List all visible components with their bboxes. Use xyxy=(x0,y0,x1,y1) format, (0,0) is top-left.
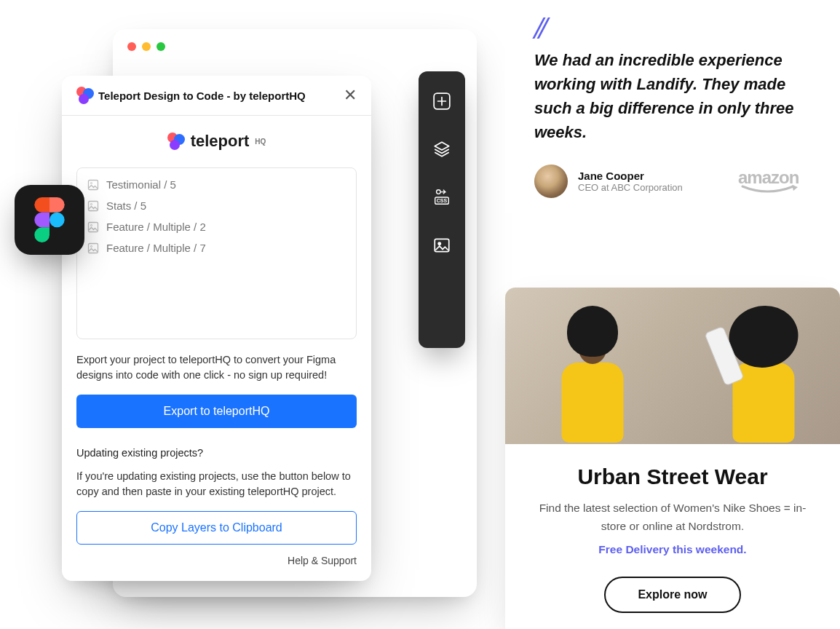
plugin-header: Teleport Design to Code - by teleportHQ … xyxy=(62,76,371,116)
svg-rect-8 xyxy=(89,201,98,210)
product-subtitle: Find the latest selection of Women's Nik… xyxy=(528,499,817,536)
product-card: Urban Street Wear Find the latest select… xyxy=(505,288,840,629)
layer-item[interactable]: Feature / Multiple / 7 xyxy=(77,237,356,258)
svg-rect-10 xyxy=(89,222,98,232)
brand-block: teleportHQ xyxy=(62,116,371,160)
brand-logo-text: amazon xyxy=(738,167,799,187)
side-toolbar: CSS xyxy=(419,71,465,348)
layer-label: Testimonial / 5 xyxy=(106,178,176,191)
teleport-logo-icon xyxy=(76,88,91,103)
svg-rect-12 xyxy=(89,243,98,253)
svg-point-5 xyxy=(438,242,440,245)
quote-mark-icon: // xyxy=(534,22,804,35)
update-heading: Updating existing projects? xyxy=(76,447,357,459)
brand-sup: HQ xyxy=(255,138,266,146)
window-close-dot[interactable] xyxy=(127,42,136,51)
svg-rect-6 xyxy=(89,180,98,189)
plugin-title: Teleport Design to Code - by teleportHQ xyxy=(98,90,344,102)
person-illustration xyxy=(542,306,643,444)
layer-label: Stats / 5 xyxy=(106,199,146,212)
svg-point-9 xyxy=(91,203,92,205)
author-name: Jane Cooper xyxy=(578,170,683,182)
product-title: Urban Street Wear xyxy=(528,464,817,489)
product-hero-image xyxy=(505,288,840,444)
brand-name-text: teleport xyxy=(191,132,250,151)
product-body: Urban Street Wear Find the latest select… xyxy=(505,444,840,629)
close-icon[interactable]: ✕ xyxy=(344,87,357,103)
svg-point-13 xyxy=(91,245,92,247)
copy-layers-button[interactable]: Copy Layers to Clipboard xyxy=(76,511,357,545)
svg-rect-4 xyxy=(435,239,449,251)
layer-item[interactable]: Testimonial / 5 xyxy=(77,174,356,195)
update-description: If you're updating existing projects, us… xyxy=(76,469,357,499)
export-button[interactable]: Export to teleportHQ xyxy=(76,395,357,428)
explore-now-button[interactable]: Explore now xyxy=(604,577,740,613)
layers-list: Testimonial / 5 Stats / 5 Feature / Mult… xyxy=(76,167,357,339)
svg-point-1 xyxy=(437,190,441,194)
svg-point-11 xyxy=(91,224,92,226)
testimonial-text: We had an incredible experience working … xyxy=(534,48,804,144)
layer-label: Feature / Multiple / 2 xyxy=(106,221,206,233)
help-support-link[interactable]: Help & Support xyxy=(76,555,357,566)
layer-item[interactable]: Stats / 5 xyxy=(77,195,356,216)
svg-point-14 xyxy=(49,213,65,228)
image-icon[interactable] xyxy=(432,236,451,255)
author-row: Jane Cooper CEO at ABC Corporation amazo… xyxy=(534,165,804,198)
plugin-body: Export your project to teleportHQ to con… xyxy=(62,352,371,581)
author-role: CEO at ABC Corporation xyxy=(578,182,683,193)
svg-text:CSS: CSS xyxy=(437,198,448,203)
layer-label: Feature / Multiple / 7 xyxy=(106,242,206,254)
testimonial-card: // We had an incredible experience worki… xyxy=(505,0,833,213)
layers-icon[interactable] xyxy=(432,140,451,159)
author-avatar xyxy=(534,165,568,198)
window-minimize-dot[interactable] xyxy=(142,42,151,51)
css-icon[interactable]: CSS xyxy=(432,188,451,207)
plus-icon[interactable] xyxy=(432,92,451,111)
figma-app-icon xyxy=(15,185,84,255)
amazon-logo: amazon xyxy=(738,167,804,195)
teleport-logo-icon xyxy=(167,132,186,150)
svg-point-7 xyxy=(91,182,92,183)
window-traffic-lights xyxy=(113,29,477,64)
layer-item[interactable]: Feature / Multiple / 2 xyxy=(77,216,356,237)
window-maximize-dot[interactable] xyxy=(156,42,165,51)
product-promo: Free Delivery this weekend. xyxy=(528,543,817,556)
export-description: Export your project to teleportHQ to con… xyxy=(76,352,357,383)
teleport-plugin-dialog: Teleport Design to Code - by teleportHQ … xyxy=(62,76,371,581)
